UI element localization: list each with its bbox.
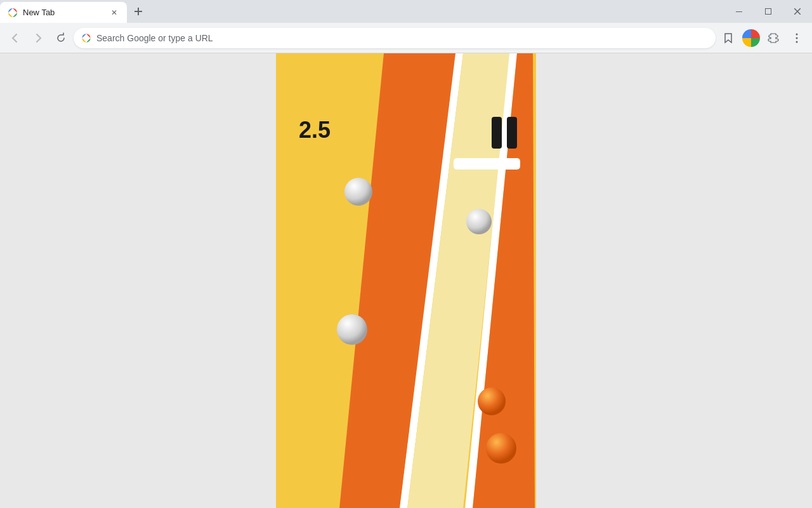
active-tab[interactable]: New Tab ✕ — [0, 2, 127, 23]
tab-favicon — [8, 8, 18, 18]
svg-point-23 — [466, 209, 492, 234]
close-button[interactable] — [783, 0, 812, 23]
svg-point-10 — [796, 33, 798, 35]
svg-rect-21 — [454, 158, 520, 170]
svg-rect-5 — [766, 9, 771, 15]
bookmark-button[interactable] — [718, 28, 738, 48]
pause-button[interactable] — [492, 117, 517, 149]
svg-point-22 — [344, 178, 372, 206]
tab-title: New Tab — [23, 8, 104, 17]
browser-toolbar: Search Google or type a URL — [0, 23, 812, 53]
svg-point-25 — [478, 387, 506, 415]
maximize-button[interactable] — [754, 0, 783, 23]
pause-bar-right — [507, 117, 517, 149]
puzzle-icon — [768, 32, 780, 44]
address-bar[interactable]: Search Google or type a URL — [74, 28, 716, 48]
extensions-button[interactable] — [764, 28, 784, 48]
svg-point-24 — [337, 314, 367, 345]
profile-avatar — [742, 29, 760, 47]
browser-frame: New Tab ✕ — [0, 0, 812, 508]
svg-rect-4 — [736, 11, 742, 12]
svg-point-9 — [84, 36, 88, 39]
tab-close-button[interactable]: ✕ — [109, 8, 119, 18]
svg-point-1 — [11, 11, 15, 15]
new-tab-button[interactable] — [129, 3, 147, 20]
window-controls — [724, 0, 812, 23]
pause-bar-left — [492, 117, 502, 149]
minimize-button[interactable] — [724, 0, 754, 23]
profile-button[interactable] — [741, 28, 761, 48]
svg-point-26 — [486, 433, 516, 464]
game-container[interactable]: 2.5 — [276, 53, 536, 508]
svg-point-11 — [796, 37, 798, 39]
back-button[interactable] — [5, 28, 25, 48]
svg-point-12 — [796, 41, 798, 43]
google-icon — [81, 33, 91, 43]
forward-button[interactable] — [28, 28, 48, 48]
toolbar-right — [718, 28, 807, 48]
menu-button[interactable] — [787, 28, 807, 48]
address-text: Search Google or type a URL — [96, 33, 708, 43]
refresh-button[interactable] — [51, 28, 71, 48]
score-display: 2.5 — [299, 117, 331, 144]
content-area: 2.5 — [0, 53, 812, 508]
tab-bar: New Tab ✕ — [0, 0, 812, 23]
kebab-icon — [790, 32, 803, 44]
